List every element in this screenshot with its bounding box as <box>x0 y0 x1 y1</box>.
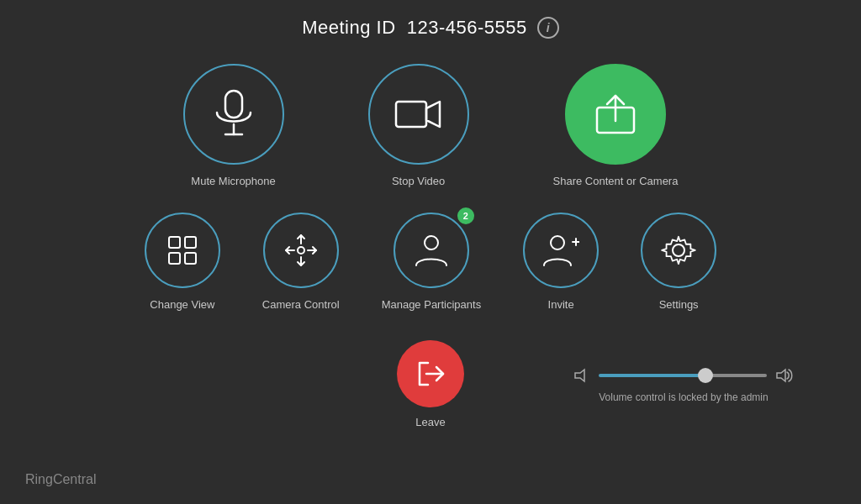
svg-marker-21 <box>575 370 584 381</box>
invite-button[interactable] <box>523 213 599 288</box>
stop-video-container: Stop Video <box>368 64 469 187</box>
settings-button[interactable] <box>641 213 716 288</box>
camera-control-icon <box>283 232 320 269</box>
microphone-icon <box>213 89 255 139</box>
bottom-section: Leave Volume control is locked by the ad… <box>0 340 861 428</box>
volume-row <box>573 366 794 385</box>
change-view-container: Change View <box>145 213 220 311</box>
main-controls-row: Mute Microphone Stop Video Share Content… <box>0 64 861 187</box>
svg-point-15 <box>425 236 438 249</box>
svg-rect-0 <box>225 91 242 118</box>
change-view-label: Change View <box>150 298 214 311</box>
svg-point-16 <box>551 236 564 249</box>
manage-participants-label: Manage Participants <box>382 298 482 311</box>
svg-point-14 <box>298 247 304 254</box>
info-icon[interactable]: i <box>537 17 559 39</box>
manage-participants-button[interactable]: 2 <box>394 213 469 288</box>
volume-section: Volume control is locked by the admin <box>573 366 794 403</box>
volume-high-icon <box>775 366 794 385</box>
svg-rect-9 <box>185 253 196 264</box>
volume-locked-label: Volume control is locked by the admin <box>599 391 768 403</box>
exit-icon <box>415 358 446 390</box>
settings-container: Settings <box>641 213 716 311</box>
mute-microphone-label: Mute Microphone <box>191 175 275 187</box>
leave-container: Leave <box>397 340 464 428</box>
volume-low-icon <box>573 367 590 384</box>
person-add-icon <box>542 234 579 267</box>
svg-marker-22 <box>777 370 785 381</box>
invite-container: Invite <box>523 213 599 311</box>
secondary-controls-row: Change View Camera Control 2 <box>0 213 861 311</box>
invite-label: Invite <box>548 298 574 311</box>
header: Meeting ID 123-456-5555 i <box>0 0 861 39</box>
volume-slider[interactable] <box>599 374 767 377</box>
change-view-button[interactable] <box>145 213 220 288</box>
leave-button[interactable] <box>397 340 464 407</box>
svg-rect-8 <box>169 253 180 264</box>
branding: RingCentral <box>25 472 96 487</box>
leave-label: Leave <box>415 416 445 428</box>
svg-rect-7 <box>185 237 196 248</box>
view-icon <box>166 234 199 267</box>
camera-control-button[interactable] <box>263 213 339 288</box>
share-upload-icon <box>592 91 639 138</box>
svg-rect-6 <box>169 237 180 248</box>
settings-label: Settings <box>659 298 699 311</box>
mute-microphone-container: Mute Microphone <box>183 64 284 187</box>
camera-control-container: Camera Control <box>262 213 340 311</box>
mute-microphone-button[interactable] <box>183 64 284 165</box>
camera-control-label: Camera Control <box>262 298 340 311</box>
stop-video-button[interactable] <box>368 64 469 165</box>
people-icon <box>413 234 450 267</box>
gear-icon <box>660 232 697 269</box>
svg-point-19 <box>673 244 684 256</box>
share-content-container: Share Content or Camera <box>553 64 679 187</box>
video-camera-icon <box>394 97 443 131</box>
meeting-id-label: Meeting ID 123-456-5555 <box>302 17 527 39</box>
share-content-button[interactable] <box>565 64 666 165</box>
share-content-label: Share Content or Camera <box>553 175 679 187</box>
stop-video-label: Stop Video <box>392 175 445 187</box>
manage-participants-container: 2 Manage Participants <box>382 213 482 311</box>
svg-rect-3 <box>396 102 426 127</box>
participants-badge: 2 <box>457 207 474 224</box>
